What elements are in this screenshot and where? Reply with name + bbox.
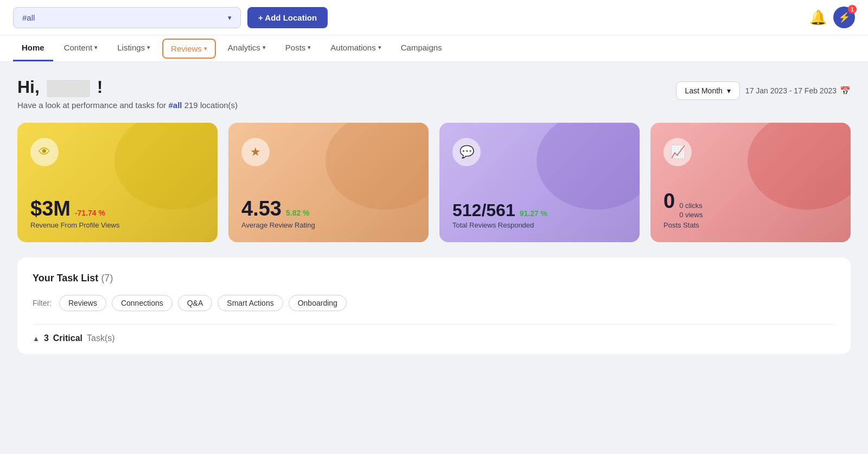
avatar-icon: ⚡ [838, 11, 850, 23]
task-list-header: Your Task List (7) [33, 273, 835, 284]
filter-chip-qa[interactable]: Q&A [178, 295, 213, 311]
nav-label-home: Home [22, 43, 44, 52]
filter-chip-smart-actions[interactable]: Smart Actions [218, 295, 283, 311]
nav-item-analytics[interactable]: Analytics ▾ [219, 35, 275, 61]
chevron-down-icon: ▾ [94, 44, 98, 51]
stat-card-rating: ★ 4.53 5.82 % Average Review Rating [228, 123, 429, 242]
revenue-icon-circle: 👁 [30, 138, 59, 166]
posts-label: Posts Stats [663, 221, 838, 229]
header-left: #all ▾ + Add Location [13, 7, 809, 28]
revenue-label: Revenue From Profile Views [30, 221, 205, 229]
greeting-all-link[interactable]: #all [168, 100, 182, 110]
nav-label-posts: Posts [285, 43, 306, 52]
stat-card-reviews: 💬 512/561 91.27 % Total Reviews Responde… [439, 123, 640, 242]
chevron-down-icon: ▾ [727, 86, 731, 95]
user-avatar-button[interactable]: ⚡ 1 [833, 7, 855, 28]
critical-count: 3 [44, 333, 49, 343]
revenue-value: $3M [30, 198, 71, 219]
header-right: 🔔 ⚡ 1 [809, 7, 855, 28]
add-location-button[interactable]: + Add Location [247, 7, 328, 28]
location-select[interactable]: #all ▾ [13, 7, 241, 28]
critical-sublabel: Task(s) [87, 333, 115, 343]
nav-label-content: Content [64, 43, 93, 52]
chevron-down-icon: ▾ [228, 14, 232, 22]
nav-item-campaigns[interactable]: Campaigns [392, 35, 451, 61]
greeting-prefix: Hi, [17, 77, 40, 97]
posts-views: 0 views [679, 211, 703, 219]
location-select-value: #all [22, 13, 35, 22]
rating-icon-circle: ★ [241, 138, 270, 166]
rating-value: 4.53 [241, 198, 282, 219]
reviews-icon-circle: 💬 [452, 138, 481, 166]
notification-bell-icon[interactable]: 🔔 [809, 9, 827, 26]
greeting-section: Hi, ! Have a look at performance and tas… [17, 77, 238, 110]
main-content: Hi, ! Have a look at performance and tas… [0, 62, 868, 369]
posts-icon-circle: 📈 [663, 138, 692, 166]
greeting-row: Hi, ! Have a look at performance and tas… [17, 77, 851, 110]
nav-label-campaigns: Campaigns [401, 43, 442, 52]
filter-row: Filter: Reviews Connections Q&A Smart Ac… [33, 295, 835, 311]
greeting-subtitle: Have a look at performance and tasks for… [17, 100, 238, 110]
critical-section: ▲ 3 Critical Task(s) [33, 324, 835, 343]
task-list-title: Your Task List [33, 273, 98, 283]
filter-label: Filter: [33, 299, 52, 307]
filter-chip-connections[interactable]: Connections [112, 295, 173, 311]
chat-icon: 💬 [459, 145, 474, 159]
nav-label-analytics: Analytics [228, 43, 260, 52]
stat-card-revenue: 👁 $3M -71.74 % Revenue From Profile View… [17, 123, 218, 242]
nav-item-listings[interactable]: Listings ▾ [108, 35, 159, 61]
posts-value: 0 [663, 191, 675, 211]
revenue-pct: -71.74 % [75, 209, 105, 217]
chevron-up-icon: ▲ [33, 335, 40, 343]
date-range-label: Last Month [685, 86, 723, 95]
date-range-dropdown[interactable]: Last Month ▾ [676, 81, 740, 100]
critical-header[interactable]: ▲ 3 Critical Task(s) [33, 333, 835, 343]
star-icon: ★ [250, 145, 261, 159]
reviews-label: Total Reviews Responded [452, 221, 627, 229]
reviews-pct: 91.27 % [520, 209, 547, 218]
reviews-value: 512/561 [452, 201, 515, 219]
filter-chip-reviews[interactable]: Reviews [59, 295, 106, 311]
task-list-count: (7) [101, 273, 113, 283]
trending-up-icon: 📈 [671, 145, 685, 159]
date-range-display: 17 Jan 2023 - 17 Feb 2023 📅 [745, 86, 851, 96]
calendar-icon[interactable]: 📅 [840, 86, 851, 96]
filter-chip-onboarding[interactable]: Onboarding [289, 295, 347, 311]
chevron-down-icon: ▾ [263, 44, 266, 51]
date-range-text: 17 Jan 2023 - 17 Feb 2023 [745, 86, 837, 95]
greeting-title: Hi, ! [17, 77, 238, 97]
nav-item-home[interactable]: Home [13, 35, 53, 61]
posts-sub-stats: 0 clicks 0 views [679, 201, 703, 219]
nav-item-reviews[interactable]: Reviews ▾ [162, 39, 216, 59]
header: #all ▾ + Add Location 🔔 ⚡ 1 [0, 0, 868, 35]
stats-grid: 👁 $3M -71.74 % Revenue From Profile View… [17, 123, 851, 242]
stat-card-posts: 📈 0 0 clicks 0 views Posts Stats [650, 123, 851, 242]
nav-item-posts[interactable]: Posts ▾ [277, 35, 320, 61]
greeting-suffix: ! [97, 77, 103, 97]
date-filter-section: Last Month ▾ 17 Jan 2023 - 17 Feb 2023 📅 [676, 81, 851, 100]
posts-clicks: 0 clicks [679, 201, 703, 210]
task-section: Your Task List (7) Filter: Reviews Conne… [17, 257, 851, 354]
chevron-down-icon: ▾ [204, 45, 207, 52]
rating-label: Average Review Rating [241, 221, 416, 229]
nav-label-reviews: Reviews [171, 44, 202, 53]
nav-label-automations: Automations [330, 43, 375, 52]
critical-label: Critical [53, 333, 82, 343]
nav-label-listings: Listings [117, 43, 145, 52]
nav-item-content[interactable]: Content ▾ [55, 35, 107, 61]
nav-item-automations[interactable]: Automations ▾ [322, 35, 390, 61]
notification-badge: 1 [848, 5, 857, 14]
chevron-down-icon: ▾ [378, 44, 381, 51]
navigation: Home Content ▾ Listings ▾ Reviews ▾ Anal… [0, 35, 868, 62]
chevron-down-icon: ▾ [147, 44, 150, 51]
eye-icon: 👁 [39, 145, 50, 159]
user-name-placeholder [47, 80, 90, 97]
chevron-down-icon: ▾ [308, 44, 311, 51]
rating-pct: 5.82 % [286, 209, 310, 217]
